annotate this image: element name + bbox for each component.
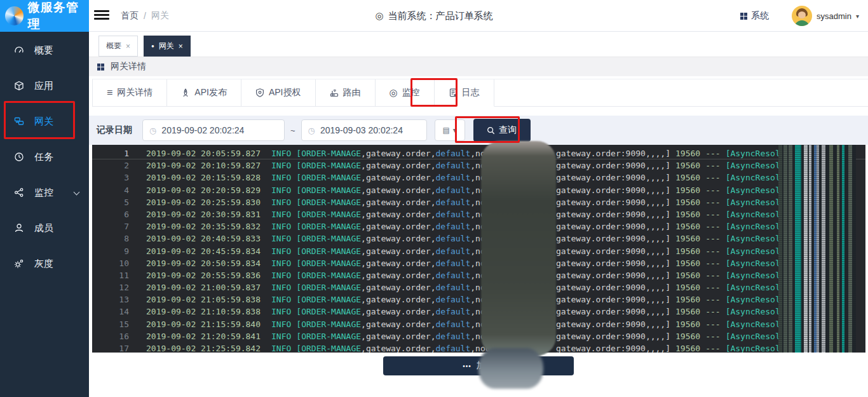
log-endpoint: gateway.order:9090,,,,] bbox=[556, 246, 670, 256]
sidebar-item-monitoring[interactable]: 监控 bbox=[0, 182, 89, 203]
tab-api-auth[interactable]: API授权 bbox=[241, 79, 316, 106]
dashboard-icon bbox=[14, 45, 24, 55]
log-pid: 19560 bbox=[675, 185, 700, 195]
log-line: 102019-09-02 20:50:59.834INFO[ORDER-MANA… bbox=[92, 257, 865, 269]
log-file-icon bbox=[449, 88, 458, 97]
log-level: INFO bbox=[271, 320, 291, 329]
tab-gateway-detail[interactable]: ≡ 网关详情 bbox=[92, 79, 167, 106]
current-system-label: ◎ 当前系统：产品订单系统 bbox=[375, 0, 492, 32]
log-level: INFO bbox=[271, 246, 291, 256]
sidebar-item-label: 概要 bbox=[34, 44, 53, 57]
log-line: 12019-09-02 20:05:59.827INFO[ORDER-MANAG… bbox=[92, 147, 865, 159]
log-line: 142019-09-02 21:10:59.838INFO[ORDER-MANA… bbox=[92, 306, 865, 318]
line-number: 14 bbox=[92, 306, 129, 318]
log-env: default bbox=[435, 234, 470, 243]
query-button[interactable]: 查询 bbox=[473, 119, 531, 142]
sidebar-item-label: 网关 bbox=[34, 116, 53, 128]
username: sysadmin bbox=[817, 11, 851, 21]
line-number: 2 bbox=[92, 159, 129, 172]
tab-route[interactable]: 路由 bbox=[316, 79, 376, 106]
log-timestamp: 2019-09-02 20:40:59.833 bbox=[146, 234, 261, 243]
workspace-tab-gateway[interactable]: ● 网关 × bbox=[144, 36, 191, 57]
log-service: ,gateway.order, bbox=[361, 198, 435, 207]
breadcrumb-home[interactable]: 首页 bbox=[121, 10, 139, 22]
log-timestamp: 2019-09-02 20:35:59.832 bbox=[146, 222, 261, 231]
log-env: default bbox=[435, 185, 470, 195]
sidebar-item-gateway[interactable]: 网关 bbox=[0, 111, 89, 131]
log-timestamp: 2019-09-02 21:15:59.840 bbox=[146, 320, 261, 329]
log-right-segment: gateway.order:9090,,,,]19560---[AsyncRes… bbox=[556, 208, 785, 220]
log-app-tag: [ORDER-MANAGE bbox=[296, 210, 361, 219]
system-menu-button[interactable]: 系统 bbox=[740, 10, 769, 22]
tab-label: 网关 bbox=[159, 41, 174, 51]
close-icon[interactable]: × bbox=[179, 42, 183, 51]
sidebar-item-overview[interactable]: 概要 bbox=[0, 40, 89, 60]
rocket-icon bbox=[181, 88, 190, 97]
section-header: 网关详情 bbox=[89, 57, 868, 76]
user-menu[interactable]: sysadmin ▾ bbox=[792, 6, 859, 26]
line-number: 8 bbox=[92, 232, 129, 245]
log-endpoint: gateway.order:9090,,,,] bbox=[556, 307, 670, 316]
privacy-blur-overlay bbox=[481, 141, 556, 356]
log-minimap[interactable] bbox=[778, 145, 856, 353]
sidebar-item-label: 灰度 bbox=[34, 258, 53, 270]
log-line: 122019-09-02 21:00:59.837INFO[ORDER-MANA… bbox=[92, 281, 865, 293]
current-system-text: 当前系统：产品订单系统 bbox=[388, 10, 493, 22]
log-viewer[interactable]: 12019-09-02 20:05:59.827INFO[ORDER-MANAG… bbox=[92, 145, 865, 353]
log-service: ,gateway.order, bbox=[361, 246, 435, 256]
log-service: ,gateway.order, bbox=[361, 173, 435, 182]
log-env: default bbox=[435, 198, 470, 207]
log-line: 72019-09-02 20:35:59.832INFO[ORDER-MANAG… bbox=[92, 220, 865, 232]
date-filter-label: 记录日期 bbox=[97, 124, 132, 136]
tab-monitor[interactable]: ◎ 监控 bbox=[376, 79, 435, 106]
close-icon[interactable]: × bbox=[126, 42, 130, 51]
log-right-segment: gateway.order:9090,,,,]19560---[AsyncRes… bbox=[556, 196, 785, 208]
log-app-tag: [ORDER-MANAGE bbox=[296, 149, 361, 158]
app-logo[interactable]: 微服务管理 bbox=[0, 0, 89, 32]
sidebar-item-label: 监控 bbox=[34, 187, 53, 199]
log-endpoint: gateway.order:9090,,,,] bbox=[556, 185, 670, 195]
log-timestamp: 2019-09-02 20:45:59.834 bbox=[146, 246, 261, 256]
log-level: INFO bbox=[271, 295, 291, 304]
workspace-tab-overview[interactable]: 概要 × bbox=[98, 36, 138, 57]
tab-label: 监控 bbox=[402, 87, 420, 98]
log-right-segment: gateway.order:9090,,,,]19560---[AsyncRes… bbox=[556, 245, 785, 257]
list-icon: ≡ bbox=[107, 87, 112, 98]
breadcrumb: 首页 / 网关 bbox=[121, 0, 169, 32]
log-endpoint: gateway.order:9090,,,,] bbox=[556, 161, 670, 170]
system-menu-label: 系统 bbox=[751, 10, 769, 22]
person-icon bbox=[14, 223, 24, 233]
tab-log[interactable]: 日志 bbox=[435, 79, 494, 107]
start-date-input[interactable]: ◷ 2019-09-02 20:02:24 bbox=[142, 119, 285, 141]
log-dashes: --- bbox=[705, 198, 720, 207]
menu-toggle-icon[interactable] bbox=[94, 10, 109, 22]
log-level: INFO bbox=[271, 234, 291, 243]
tab-api-publish[interactable]: API发布 bbox=[167, 79, 241, 106]
log-service: ,gateway.order, bbox=[361, 320, 435, 329]
log-timestamp: 2019-09-02 21:25:59.842 bbox=[146, 344, 261, 353]
log-level: INFO bbox=[271, 149, 291, 158]
log-app-tag: [ORDER-MANAGE bbox=[296, 185, 361, 195]
line-number: 7 bbox=[92, 220, 129, 232]
sidebar-item-tasks[interactable]: 任务 bbox=[0, 147, 89, 167]
log-pid: 19560 bbox=[675, 149, 700, 158]
sidebar-item-gray-release[interactable]: 灰度 bbox=[0, 253, 89, 274]
log-endpoint: gateway.order:9090,,,,] bbox=[556, 149, 670, 158]
sidebar-item-members[interactable]: 成员 bbox=[0, 218, 89, 238]
quick-range-dropdown[interactable]: ▤ ▾ bbox=[435, 119, 465, 141]
log-timestamp: 2019-09-02 20:15:59.828 bbox=[146, 173, 261, 182]
sidebar-item-applications[interactable]: 应用 bbox=[0, 76, 89, 96]
log-env: default bbox=[435, 332, 470, 341]
log-level: INFO bbox=[271, 271, 291, 280]
log-thread: [AsyncResolv bbox=[726, 307, 785, 316]
log-endpoint: gateway.order:9090,,,,] bbox=[556, 210, 670, 219]
log-right-segment: gateway.order:9090,,,,]19560---[AsyncRes… bbox=[556, 159, 785, 172]
log-pid: 19560 bbox=[675, 210, 700, 219]
chevron-down-icon bbox=[74, 189, 80, 196]
log-line: 172019-09-02 21:25:59.842INFO[ORDER-MANA… bbox=[92, 342, 865, 353]
log-endpoint: gateway.order:9090,,,,] bbox=[556, 295, 670, 304]
log-pid: 19560 bbox=[675, 307, 700, 316]
line-number: 17 bbox=[92, 342, 129, 353]
end-date-input[interactable]: ◷ 2019-09-03 20:02:24 bbox=[301, 119, 427, 141]
log-line: 32019-09-02 20:15:59.828INFO[ORDER-MANAG… bbox=[92, 172, 865, 184]
